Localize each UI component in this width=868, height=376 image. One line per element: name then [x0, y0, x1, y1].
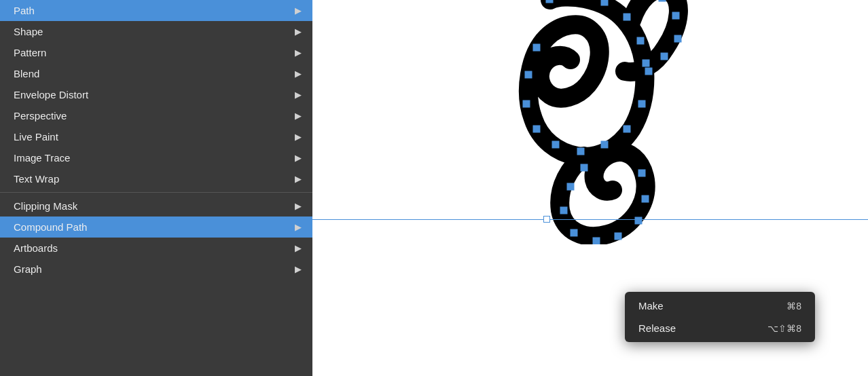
submenu-item-make[interactable]: Make ⌘8 [625, 295, 815, 317]
svg-rect-28 [643, 60, 649, 67]
svg-rect-8 [601, 141, 608, 148]
submenu-arrow-icon: ▶ [295, 26, 302, 37]
svg-rect-22 [642, 195, 649, 202]
menu-item-envelope-distort[interactable]: Envelope Distort▶ [0, 84, 312, 105]
menu-item-label-clipping-mask: Clipping Mask [14, 200, 77, 212]
menu-item-label-path: Path [14, 5, 35, 16]
svg-rect-0 [546, 0, 553, 3]
svg-rect-23 [638, 170, 645, 176]
svg-rect-10 [552, 141, 559, 148]
submenu-arrow-icon: ▶ [295, 69, 302, 79]
menu-item-clipping-mask[interactable]: Clipping Mask▶ [0, 195, 312, 217]
menu-item-label-live-paint: Live Paint [14, 131, 58, 143]
svg-rect-25 [672, 12, 679, 19]
svg-rect-26 [674, 35, 681, 42]
svg-rect-16 [567, 183, 574, 190]
menu-item-pattern[interactable]: Pattern▶ [0, 42, 312, 63]
make-label: Make [638, 300, 664, 312]
svg-rect-5 [645, 68, 652, 75]
submenu-arrow-icon: ▶ [295, 174, 302, 184]
submenu-arrow-icon: ▶ [295, 48, 302, 58]
svg-rect-11 [533, 126, 540, 132]
menu-item-artboards[interactable]: Artboards▶ [0, 238, 312, 259]
menu-item-compound-path[interactable]: Compound Path▶ [0, 217, 312, 238]
svg-rect-19 [593, 238, 600, 244]
menu-item-live-paint[interactable]: Live Paint▶ [0, 126, 312, 147]
submenu-arrow-icon: ▶ [295, 132, 302, 142]
svg-rect-21 [635, 217, 642, 224]
submenu-arrow-icon: ▶ [295, 153, 302, 163]
submenu-arrow-icon: ▶ [295, 243, 302, 253]
menu-separator [0, 192, 312, 193]
svg-rect-6 [638, 100, 645, 107]
svg-rect-27 [661, 53, 668, 60]
submenu-arrow-icon: ▶ [295, 111, 302, 121]
submenu-arrow-icon: ▶ [295, 264, 302, 274]
svg-rect-14 [533, 44, 540, 51]
submenu-arrow-icon: ▶ [295, 222, 302, 232]
selection-handle [543, 216, 550, 223]
svg-rect-13 [525, 71, 532, 78]
canvas-area: Make ⌘8 Release ⌥⇧⌘8 [312, 0, 868, 376]
svg-rect-7 [623, 126, 630, 132]
cursive-letter-svg [346, 0, 868, 244]
menu-item-text-wrap[interactable]: Text Wrap▶ [0, 168, 312, 189]
menu-item-path[interactable]: Path▶ [0, 0, 312, 21]
svg-rect-4 [637, 37, 644, 44]
svg-rect-9 [577, 148, 584, 155]
menu-item-label-envelope-distort: Envelope Distort [14, 89, 88, 100]
selection-line [312, 219, 868, 220]
submenu-arrow-icon: ▶ [295, 5, 302, 16]
make-shortcut: ⌘8 [786, 301, 801, 312]
menu-item-shape[interactable]: Shape▶ [0, 21, 312, 42]
menu-item-label-shape: Shape [14, 26, 43, 37]
menu-item-label-graph: Graph [14, 263, 42, 275]
submenu-arrow-icon: ▶ [295, 90, 302, 100]
menu-item-blend[interactable]: Blend▶ [0, 63, 312, 84]
svg-rect-2 [601, 0, 608, 5]
menu-item-perspective[interactable]: Perspective▶ [0, 105, 312, 126]
compound-path-submenu: Make ⌘8 Release ⌥⇧⌘8 [625, 292, 815, 342]
release-label: Release [638, 322, 676, 334]
context-menu: Path▶Shape▶Pattern▶Blend▶Envelope Distor… [0, 0, 312, 376]
svg-rect-17 [560, 207, 567, 214]
menu-item-label-perspective: Perspective [14, 110, 67, 121]
svg-rect-20 [615, 233, 621, 240]
svg-rect-12 [523, 100, 530, 107]
menu-item-label-pattern: Pattern [14, 47, 46, 58]
svg-rect-18 [571, 229, 577, 236]
submenu-arrow-icon: ▶ [295, 201, 302, 211]
submenu-item-release[interactable]: Release ⌥⇧⌘8 [625, 317, 815, 339]
menu-item-label-text-wrap: Text Wrap [14, 173, 59, 185]
menu-item-label-artboards: Artboards [14, 242, 58, 254]
svg-rect-15 [581, 164, 587, 171]
release-shortcut: ⌥⇧⌘8 [767, 323, 801, 334]
menu-item-label-image-trace: Image Trace [14, 152, 70, 164]
menu-item-label-blend: Blend [14, 68, 39, 79]
svg-rect-24 [659, 0, 666, 1]
svg-rect-3 [623, 14, 630, 20]
menu-item-image-trace[interactable]: Image Trace▶ [0, 147, 312, 168]
menu-item-graph[interactable]: Graph▶ [0, 259, 312, 280]
menu-item-label-compound-path: Compound Path [14, 221, 87, 233]
